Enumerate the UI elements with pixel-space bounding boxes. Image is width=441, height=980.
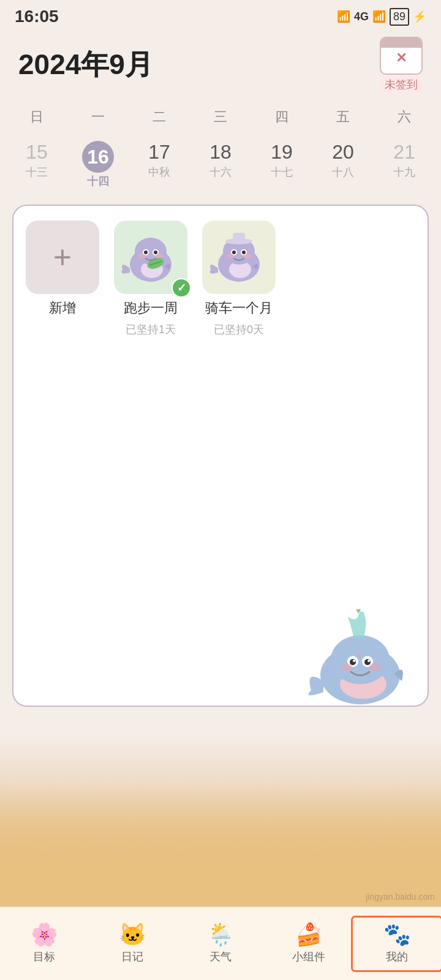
date-num-18: 18 <box>209 141 232 164</box>
charging-icon: ⚡ <box>413 10 426 23</box>
date-20[interactable]: 20 十八 <box>312 137 374 192</box>
date-18[interactable]: 18 十六 <box>190 137 251 192</box>
date-lunar-15: 十三 <box>26 165 48 179</box>
svg-text:♥: ♥ <box>356 606 361 616</box>
date-lunar-21: 十九 <box>393 165 415 179</box>
svg-point-30 <box>364 659 371 665</box>
svg-point-31 <box>368 660 370 662</box>
date-lunar-20: 十八 <box>332 165 354 179</box>
diary-label: 日记 <box>121 949 143 964</box>
diary-icon: 🐱 <box>119 924 146 946</box>
date-21[interactable]: 21 十九 <box>374 137 435 192</box>
date-num-15: 15 <box>26 141 48 164</box>
weekday-sun: 日 <box>6 103 67 131</box>
widget-label: 小组件 <box>292 949 325 964</box>
nav-weather[interactable]: 🌦️ 天气 <box>176 918 265 970</box>
svg-point-8 <box>156 254 163 258</box>
svg-point-24 <box>331 635 390 684</box>
svg-point-6 <box>154 251 157 254</box>
weekday-fri: 五 <box>312 103 374 131</box>
habit-running[interactable]: ✓ 跑步一周 已坚持1天 <box>114 221 187 337</box>
nav-mine[interactable]: 🐾 我的 <box>353 918 441 970</box>
date-16[interactable]: 16 十四 <box>67 137 129 192</box>
goal-icon: 🌸 <box>31 924 58 946</box>
date-lunar-19: 十七 <box>271 165 293 179</box>
status-icons: 📶 4G 📶 89 ⚡ <box>337 8 426 26</box>
svg-point-19 <box>244 254 251 258</box>
goal-label: 目标 <box>33 949 55 964</box>
calendar-icon: ✕ <box>380 37 423 75</box>
habit-cycling-icon <box>202 221 276 294</box>
habit-cycling-name: 骑车一个月 <box>205 299 273 317</box>
svg-rect-21 <box>233 233 245 242</box>
nav-goal[interactable]: 🌸 目标 <box>0 918 88 970</box>
nav-diary[interactable]: 🐱 日记 <box>88 918 176 970</box>
svg-point-18 <box>227 254 234 258</box>
header: 2024年9月 ✕ 未签到 <box>0 31 441 103</box>
calendar-dates: 15 十三 16 十四 17 中秋 18 十六 19 十七 20 十八 21 十… <box>0 137 441 192</box>
date-num-19: 19 <box>271 141 293 164</box>
sign-label: 未签到 <box>380 76 423 93</box>
calendar-week-header: 日 一 二 三 四 五 六 <box>0 103 441 131</box>
status-time: 16:05 <box>15 7 59 26</box>
whale-decoration: ♥ <box>293 595 415 718</box>
habit-running-name: 跑步一周 <box>124 299 178 317</box>
date-num-20: 20 <box>332 141 354 164</box>
plus-icon: + <box>53 241 72 273</box>
habits-row: + 新增 <box>26 221 415 337</box>
wifi-icon: 📶 <box>337 10 350 23</box>
mine-label: 我的 <box>386 949 408 964</box>
habit-running-days: 已坚持1天 <box>126 322 176 337</box>
add-label: 新增 <box>49 299 76 317</box>
date-15[interactable]: 15 十三 <box>6 137 67 192</box>
habits-container: + 新增 <box>12 205 429 707</box>
widget-icon: 🍰 <box>295 924 323 946</box>
weekday-mon: 一 <box>67 103 129 131</box>
weather-label: 天气 <box>209 949 232 964</box>
weather-icon: 🌦️ <box>207 924 235 946</box>
weekday-thu: 四 <box>251 103 312 131</box>
svg-point-32 <box>341 663 353 672</box>
calendar-x-icon: ✕ <box>396 50 407 66</box>
signal-label: 4G <box>354 10 369 23</box>
svg-point-34 <box>358 654 361 657</box>
date-lunar-17: 中秋 <box>148 165 170 179</box>
date-lunar-18: 十六 <box>209 165 232 179</box>
date-19[interactable]: 19 十七 <box>251 137 312 192</box>
date-num-17: 17 <box>148 141 170 164</box>
svg-point-15 <box>232 251 236 254</box>
month-title: 2024年9月 <box>18 46 153 84</box>
habit-cycling[interactable]: 骑车一个月 已坚持0天 <box>202 221 276 337</box>
battery-indicator: 89 <box>390 8 409 26</box>
nav-widget[interactable]: 🍰 小组件 <box>265 918 353 970</box>
date-num-21: 21 <box>393 141 415 164</box>
weekday-tue: 二 <box>129 103 190 131</box>
watermark: jingyan.baidu.com <box>366 892 435 902</box>
svg-point-33 <box>369 663 381 672</box>
add-habit-item[interactable]: + 新增 <box>26 221 99 317</box>
mine-icon: 🐾 <box>383 924 411 946</box>
svg-point-28 <box>353 660 355 662</box>
habit-cycling-days: 已坚持0天 <box>214 322 264 337</box>
status-bar: 16:05 📶 4G 📶 89 ⚡ <box>0 0 441 31</box>
date-num-16: 16 <box>82 141 114 173</box>
svg-point-17 <box>242 251 246 254</box>
add-habit-button[interactable]: + <box>26 221 99 294</box>
sign-button[interactable]: ✕ 未签到 <box>380 37 423 93</box>
svg-point-27 <box>350 659 356 665</box>
date-lunar-16: 十四 <box>87 174 109 189</box>
beach-decoration <box>0 784 441 907</box>
svg-point-4 <box>144 251 148 254</box>
weekday-wed: 三 <box>190 103 251 131</box>
bottom-nav: 🌸 目标 🐱 日记 🌦️ 天气 🍰 小组件 🐾 我的 <box>0 907 441 980</box>
svg-point-7 <box>138 254 146 258</box>
check-badge-running: ✓ <box>172 278 191 298</box>
signal-bars-icon: 📶 <box>372 10 386 23</box>
weekday-sat: 六 <box>374 103 435 131</box>
date-17[interactable]: 17 中秋 <box>129 137 190 192</box>
